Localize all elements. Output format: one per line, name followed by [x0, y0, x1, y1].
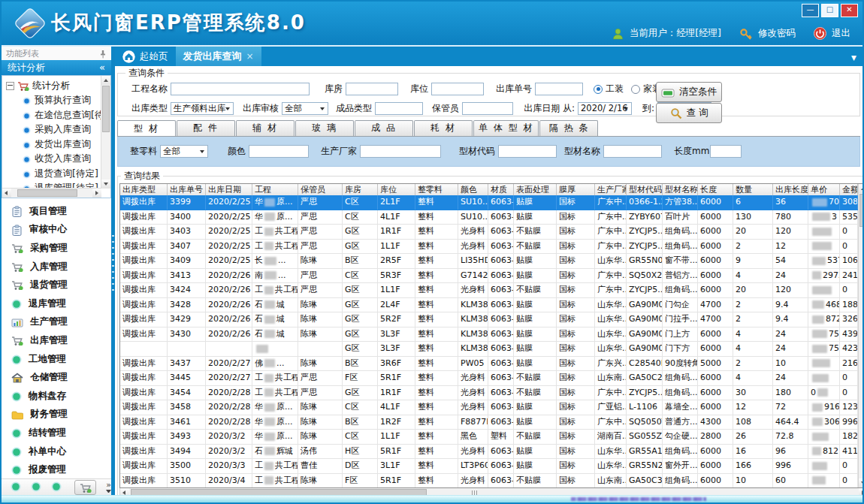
table-row[interactable]: 调拨出库34932020/3/2华原...陈琳C区1L1F整料黑色塑料不贴膜国标…: [120, 430, 858, 445]
out-type-select[interactable]: 生产领料出库: [171, 102, 234, 115]
tree-horizontal-scrollbar[interactable]: [2, 188, 101, 198]
material-tab-3[interactable]: 玻 璃: [295, 120, 354, 136]
table-row[interactable]: 调拨出库34302020/2/26石城陈琳G区3L3F整料KLM38176063…: [120, 327, 858, 343]
column-header[interactable]: 保管员: [298, 184, 343, 195]
material-tab-5[interactable]: 耗 材: [414, 120, 473, 136]
project-name-input[interactable]: [171, 83, 310, 95]
scroll-up-icon[interactable]: [859, 184, 862, 193]
tree-item-1[interactable]: 在途信息查询[待: [6, 108, 101, 123]
column-header[interactable]: 材质: [488, 184, 514, 195]
tab-home[interactable]: 起始页: [115, 47, 176, 66]
column-header[interactable]: 出库类型: [120, 184, 168, 195]
tree-item-3[interactable]: 发货出库查询: [6, 137, 101, 152]
sidebar-item-0[interactable]: 项目管理: [2, 202, 111, 221]
table-row[interactable]: 调拨出库34452020/2/27工共工程严思F区5R1F整料光身料6063-T…: [120, 371, 858, 386]
column-header[interactable]: 单价: [808, 184, 840, 195]
tree-item-4[interactable]: 收货入库查询: [6, 152, 101, 167]
column-header[interactable]: 型材名称: [663, 184, 698, 195]
sidebar-item-5[interactable]: 退库管理: [2, 294, 111, 313]
scroll-left-icon[interactable]: [2, 189, 11, 198]
table-row[interactable]: 调拨出库34092020/2/25长...陈琳B区2R5F整料LI35HD606…: [120, 254, 858, 269]
whole-part-select[interactable]: 全部: [160, 145, 208, 158]
scrollbar-thumb[interactable]: [102, 86, 110, 132]
sidebar-item-14[interactable]: 报废管理: [2, 460, 111, 479]
column-header[interactable]: 金额: [840, 184, 858, 195]
sidebar-item-13[interactable]: 补单中心: [2, 442, 111, 461]
length-input[interactable]: [710, 145, 742, 158]
column-header[interactable]: 出库单号: [168, 184, 206, 195]
tab-overflow-icon[interactable]: ▼: [851, 54, 856, 62]
table-row[interactable]: 调拨出库34612020/2/28华原...陈琳B区1R2F整料F8877FT6…: [120, 415, 858, 430]
sidebar-item-2[interactable]: 采购管理: [2, 239, 111, 258]
column-header[interactable]: 型材代码: [627, 184, 663, 195]
collapse-icon[interactable]: «: [99, 60, 105, 75]
column-header[interactable]: 表面处理: [514, 184, 557, 195]
date-from-select[interactable]: 2020/ 2/16: [578, 102, 632, 115]
scrollbar-thumb[interactable]: [17, 189, 77, 197]
column-header[interactable]: 长度: [698, 184, 733, 195]
column-header[interactable]: 出库日期: [206, 184, 252, 195]
table-row[interactable]: 调拨出库34942020/3/2石辉城汤伟H区5R1F整料光身料6063-T5贴…: [120, 445, 858, 460]
location-input[interactable]: [431, 83, 484, 95]
radio-jiazhuang[interactable]: [631, 85, 640, 94]
keeper-input[interactable]: [462, 102, 513, 115]
table-row[interactable]: 调拨出库33992020/2/25华原...严思C区2L1F整料SU10...6…: [120, 195, 858, 210]
table-row[interactable]: G区3L3F整料KLM38176063-T5贴膜国标山东华...GA90M09.…: [120, 342, 858, 357]
overflow-chevron[interactable]: »: [106, 482, 111, 493]
column-header[interactable]: 库位: [378, 184, 415, 195]
logout-link[interactable]: 退出: [832, 27, 850, 40]
sidebar-item-6[interactable]: 生产管理: [2, 313, 111, 332]
clear-conditions-button[interactable]: 清空条件: [656, 82, 722, 102]
tree-vertical-scrollbar[interactable]: [101, 76, 110, 189]
minimize-button[interactable]: —: [802, 4, 819, 17]
tree-expand-icon[interactable]: [6, 82, 14, 90]
sidebar-item-7[interactable]: 出库管理: [2, 331, 111, 350]
scroll-down-icon[interactable]: [101, 180, 110, 189]
table-row[interactable]: 调拨出库34282020/2/26石城陈琳G区2L4F整料KLM38176063…: [120, 298, 858, 313]
tree-item-2[interactable]: 采购入库查询: [6, 122, 101, 137]
column-header[interactable]: 生产厂家: [595, 184, 627, 195]
change-password-link[interactable]: 修改密码: [758, 27, 796, 40]
tab-close-icon[interactable]: ×: [246, 51, 254, 62]
tree-root[interactable]: 统计分析: [6, 78, 101, 93]
product-type-input[interactable]: [375, 102, 423, 115]
column-header[interactable]: 数量: [733, 184, 773, 195]
table-row[interactable]: 调拨出库35002020/3/3工共工程曹佳D区3L1F整料LT3P606063…: [120, 459, 858, 474]
sidebar-item-8[interactable]: 工地管理: [2, 350, 111, 369]
material-tab-6[interactable]: 单 体 型 材: [473, 120, 539, 136]
scroll-up-icon[interactable]: [101, 76, 110, 85]
sidebar-item-12[interactable]: 结转管理: [2, 424, 111, 442]
nav-cart-button[interactable]: [74, 480, 96, 495]
nav-dot-icon[interactable]: [51, 481, 62, 495]
table-row[interactable]: 调拨出库34292020/2/26石城陈琳G区5R2F整料KLM38176063…: [120, 312, 858, 327]
order-no-input[interactable]: [535, 83, 583, 95]
scrollbar-thumb[interactable]: [859, 194, 862, 227]
sidebar-item-9[interactable]: 仓储管理: [2, 368, 111, 387]
column-header[interactable]: 颜色: [458, 184, 488, 195]
warehouse-input[interactable]: [346, 83, 398, 95]
table-row[interactable]: 调拨出库34072020/2/25工共工程严思G区1L1F整料光身料6063-T…: [120, 240, 858, 255]
close-button[interactable]: ✕: [841, 4, 858, 17]
color-input[interactable]: [249, 145, 309, 158]
tree-item-5[interactable]: 退货查询[待定]: [6, 167, 101, 182]
manufacturer-input[interactable]: [360, 145, 441, 158]
material-tab-2[interactable]: 辅 材: [236, 120, 295, 136]
table-row[interactable]: 调拨出库34242020/2/26工共工程严思G区1L1F整料光身料6063-T…: [120, 283, 858, 298]
nav-dot-icon[interactable]: [31, 481, 41, 495]
scroll-down-icon[interactable]: [859, 478, 862, 487]
material-tab-4[interactable]: 成 品: [355, 120, 413, 136]
table-row[interactable]: 调拨出库34372020/2/27佛...陈琳B区3R6F整料PW056063-…: [120, 357, 858, 372]
sidebar-item-11[interactable]: 财务管理: [2, 406, 111, 424]
scroll-right-icon[interactable]: [92, 189, 101, 198]
table-row[interactable]: 调拨出库34582020/2/28华原...陈琳C区4L1F整料光身料6063-…: [120, 400, 858, 415]
material-tab-0[interactable]: 型 材: [117, 120, 176, 136]
audit-select[interactable]: 全部: [282, 102, 328, 115]
maximize-button[interactable]: □: [821, 4, 838, 17]
sidebar-section-header[interactable]: 统计分析 «: [2, 60, 111, 75]
nav-dot-icon[interactable]: [11, 481, 21, 495]
tree-item-0[interactable]: 预算执行查询: [6, 93, 101, 108]
tab-shipping-outbound-query[interactable]: 发货出库查询 ×: [176, 47, 261, 66]
vertical-scrollbar[interactable]: [858, 184, 862, 487]
sidebar-item-10[interactable]: 物料盘存: [2, 387, 111, 406]
column-header[interactable]: 库房: [343, 184, 378, 195]
